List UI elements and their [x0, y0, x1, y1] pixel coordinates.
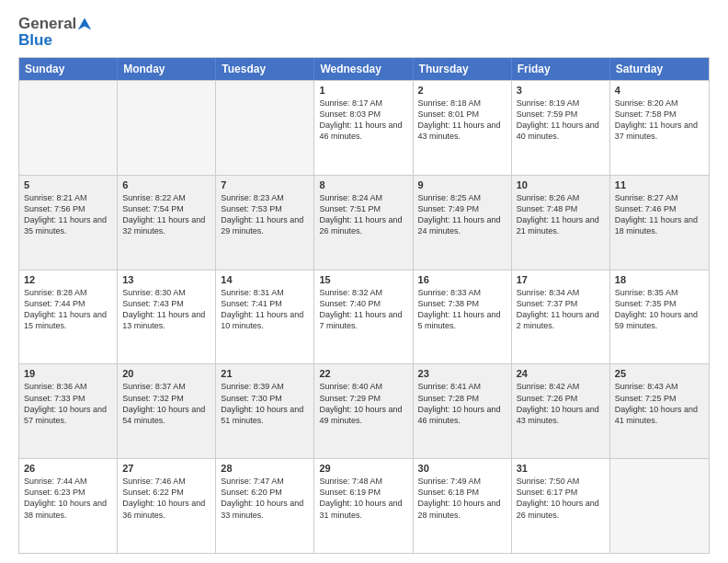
calendar-cell — [610, 459, 709, 553]
day-number: 28 — [221, 463, 309, 474]
sunrise-text: Sunrise: 7:49 AM — [418, 476, 506, 487]
calendar-row: 19Sunrise: 8:36 AMSunset: 7:33 PMDayligh… — [19, 363, 709, 458]
calendar-cell: 8Sunrise: 8:24 AMSunset: 7:51 PMDaylight… — [314, 176, 413, 270]
day-number: 31 — [517, 463, 605, 474]
day-number: 15 — [319, 274, 407, 285]
sunset-text: Sunset: 7:28 PM — [418, 393, 506, 404]
calendar-cell: 28Sunrise: 7:47 AMSunset: 6:20 PMDayligh… — [216, 459, 314, 553]
sunset-text: Sunset: 7:51 PM — [319, 203, 407, 214]
sunrise-text: Sunrise: 8:34 AM — [517, 287, 605, 298]
calendar-cell — [19, 81, 118, 175]
sunrise-text: Sunrise: 8:43 AM — [615, 381, 704, 392]
day-number: 26 — [24, 463, 112, 474]
day-number: 2 — [418, 85, 506, 96]
day-number: 27 — [122, 463, 210, 474]
calendar-header-row: SundayMondayTuesdayWednesdayThursdayFrid… — [19, 58, 709, 80]
daylight-text: Daylight: 10 hours and 54 minutes. — [122, 404, 210, 426]
calendar-cell: 26Sunrise: 7:44 AMSunset: 6:23 PMDayligh… — [19, 459, 118, 553]
sunset-text: Sunset: 7:48 PM — [517, 203, 605, 214]
calendar-cell: 3Sunrise: 8:19 AMSunset: 7:59 PMDaylight… — [512, 81, 610, 175]
daylight-text: Daylight: 11 hours and 40 minutes. — [517, 120, 605, 142]
sunrise-text: Sunrise: 8:35 AM — [615, 287, 704, 298]
calendar-cell: 31Sunrise: 7:50 AMSunset: 6:17 PMDayligh… — [512, 459, 610, 553]
calendar-cell: 16Sunrise: 8:33 AMSunset: 7:38 PMDayligh… — [414, 270, 512, 364]
sunset-text: Sunset: 7:33 PM — [24, 393, 112, 404]
sunset-text: Sunset: 7:43 PM — [122, 298, 210, 309]
sunrise-text: Sunrise: 7:44 AM — [24, 476, 112, 487]
calendar-cell: 5Sunrise: 8:21 AMSunset: 7:56 PMDaylight… — [19, 176, 118, 270]
daylight-text: Daylight: 10 hours and 31 minutes. — [319, 498, 407, 520]
calendar-row: 1Sunrise: 8:17 AMSunset: 8:03 PMDaylight… — [19, 80, 709, 175]
sunset-text: Sunset: 6:17 PM — [517, 487, 605, 498]
day-number: 1 — [319, 85, 407, 96]
sunrise-text: Sunrise: 8:22 AM — [122, 192, 210, 203]
sunrise-text: Sunrise: 8:26 AM — [517, 192, 605, 203]
day-number: 4 — [615, 85, 704, 96]
calendar-cell: 4Sunrise: 8:20 AMSunset: 7:58 PMDaylight… — [610, 81, 709, 175]
day-number: 23 — [418, 368, 506, 379]
calendar-header-cell: Sunday — [19, 58, 118, 80]
day-number: 20 — [122, 368, 210, 379]
daylight-text: Daylight: 11 hours and 32 minutes. — [122, 214, 210, 236]
daylight-text: Daylight: 11 hours and 29 minutes. — [221, 214, 309, 236]
calendar-cell: 15Sunrise: 8:32 AMSunset: 7:40 PMDayligh… — [314, 270, 413, 364]
day-number: 12 — [24, 274, 112, 285]
sunrise-text: Sunrise: 8:21 AM — [24, 192, 112, 203]
day-number: 7 — [221, 179, 309, 190]
daylight-text: Daylight: 11 hours and 26 minutes. — [319, 214, 407, 236]
daylight-text: Daylight: 10 hours and 33 minutes. — [221, 498, 309, 520]
sunset-text: Sunset: 6:20 PM — [221, 487, 309, 498]
day-number: 11 — [615, 179, 704, 190]
day-number: 22 — [319, 368, 407, 379]
sunset-text: Sunset: 6:23 PM — [24, 487, 112, 498]
day-number: 21 — [221, 368, 309, 379]
sunrise-text: Sunrise: 7:50 AM — [517, 476, 605, 487]
calendar-row: 26Sunrise: 7:44 AMSunset: 6:23 PMDayligh… — [19, 458, 709, 553]
calendar-cell: 21Sunrise: 8:39 AMSunset: 7:30 PMDayligh… — [216, 364, 314, 458]
day-number: 24 — [517, 368, 605, 379]
sunrise-text: Sunrise: 8:42 AM — [517, 381, 605, 392]
calendar-cell: 24Sunrise: 8:42 AMSunset: 7:26 PMDayligh… — [512, 364, 610, 458]
daylight-text: Daylight: 10 hours and 36 minutes. — [122, 498, 210, 520]
calendar-body: 1Sunrise: 8:17 AMSunset: 8:03 PMDaylight… — [19, 80, 709, 553]
calendar-header-cell: Thursday — [414, 58, 512, 80]
daylight-text: Daylight: 11 hours and 2 minutes. — [517, 309, 605, 331]
daylight-text: Daylight: 10 hours and 38 minutes. — [24, 498, 112, 520]
day-number: 18 — [615, 274, 704, 285]
calendar-cell: 2Sunrise: 8:18 AMSunset: 8:01 PMDaylight… — [414, 81, 512, 175]
sunset-text: Sunset: 7:53 PM — [221, 203, 309, 214]
sunset-text: Sunset: 7:49 PM — [418, 203, 506, 214]
sunrise-text: Sunrise: 7:46 AM — [122, 476, 210, 487]
sunrise-text: Sunrise: 8:23 AM — [221, 192, 309, 203]
sunrise-text: Sunrise: 8:36 AM — [24, 381, 112, 392]
sunrise-text: Sunrise: 8:24 AM — [319, 192, 407, 203]
day-number: 29 — [319, 463, 407, 474]
calendar-cell: 7Sunrise: 8:23 AMSunset: 7:53 PMDaylight… — [216, 176, 314, 270]
calendar: SundayMondayTuesdayWednesdayThursdayFrid… — [18, 57, 710, 554]
daylight-text: Daylight: 11 hours and 13 minutes. — [122, 309, 210, 331]
calendar-cell: 23Sunrise: 8:41 AMSunset: 7:28 PMDayligh… — [414, 364, 512, 458]
daylight-text: Daylight: 10 hours and 26 minutes. — [517, 498, 605, 520]
sunset-text: Sunset: 7:35 PM — [615, 298, 704, 309]
calendar-cell: 18Sunrise: 8:35 AMSunset: 7:35 PMDayligh… — [610, 270, 709, 364]
calendar-cell: 12Sunrise: 8:28 AMSunset: 7:44 PMDayligh… — [19, 270, 118, 364]
calendar-cell: 10Sunrise: 8:26 AMSunset: 7:48 PMDayligh… — [512, 176, 610, 270]
daylight-text: Daylight: 10 hours and 46 minutes. — [418, 404, 506, 426]
sunset-text: Sunset: 7:38 PM — [418, 298, 506, 309]
calendar-cell: 13Sunrise: 8:30 AMSunset: 7:43 PMDayligh… — [118, 270, 216, 364]
calendar-cell: 11Sunrise: 8:27 AMSunset: 7:46 PMDayligh… — [610, 176, 709, 270]
calendar-cell — [216, 81, 314, 175]
sunrise-text: Sunrise: 8:28 AM — [24, 287, 112, 298]
calendar-cell: 6Sunrise: 8:22 AMSunset: 7:54 PMDaylight… — [118, 176, 216, 270]
sunrise-text: Sunrise: 8:39 AM — [221, 381, 309, 392]
sunset-text: Sunset: 8:03 PM — [319, 109, 407, 120]
sunset-text: Sunset: 7:37 PM — [517, 298, 605, 309]
calendar-cell — [118, 81, 216, 175]
calendar-header-cell: Wednesday — [314, 58, 413, 80]
sunrise-text: Sunrise: 8:17 AM — [319, 98, 407, 109]
sunset-text: Sunset: 7:56 PM — [24, 203, 112, 214]
calendar-cell: 30Sunrise: 7:49 AMSunset: 6:18 PMDayligh… — [414, 459, 512, 553]
daylight-text: Daylight: 10 hours and 43 minutes. — [517, 404, 605, 426]
sunset-text: Sunset: 7:59 PM — [517, 109, 605, 120]
logo-blue-text: Blue — [18, 31, 52, 50]
